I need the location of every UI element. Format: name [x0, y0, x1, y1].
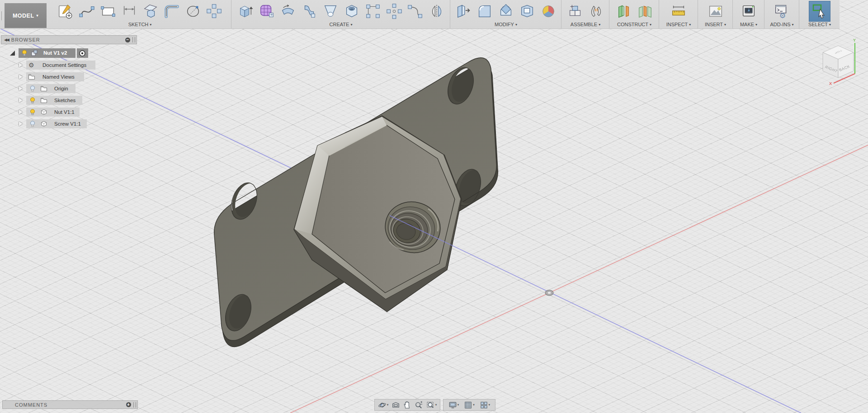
appearance-button[interactable] — [539, 2, 558, 21]
collapse-node-icon[interactable] — [10, 51, 15, 56]
expand-node-icon[interactable] — [19, 110, 23, 114]
collapse-all-icon[interactable]: – — [125, 38, 130, 42]
display-settings-button[interactable]: ▾ — [448, 401, 459, 409]
comments-panel[interactable]: COMMENTS + — [2, 400, 138, 409]
circular-pattern-button[interactable] — [385, 2, 404, 21]
shell-button[interactable] — [518, 2, 537, 21]
tree-item-label[interactable]: Named Views — [42, 72, 75, 81]
chevron-down-icon[interactable]: ▾ — [473, 403, 475, 407]
midplane-button[interactable] — [636, 2, 655, 21]
offset-plane-button[interactable] — [614, 2, 633, 21]
select-menu[interactable]: SELECT ▾ — [808, 22, 831, 27]
collapse-panel-icon[interactable]: ◀◀ — [4, 38, 9, 42]
chamfer-button[interactable] — [496, 2, 515, 21]
tree-row-screw-component[interactable]: Screw V1:1 — [0, 119, 136, 128]
joint-button[interactable] — [587, 2, 606, 21]
expand-node-icon[interactable] — [19, 75, 23, 79]
inspect-menu[interactable]: INSPECT ▾ — [666, 22, 691, 27]
project-to-surface-button[interactable] — [141, 2, 160, 21]
tree-item-label[interactable]: Nut V1:1 — [54, 108, 75, 117]
browser-header[interactable]: ◀◀ BROWSER – — [1, 35, 137, 44]
new-component-button[interactable] — [566, 2, 585, 21]
workspace-switcher[interactable]: MODEL ▾ — [5, 3, 47, 28]
circular-pattern-icon — [386, 3, 403, 20]
expand-node-icon[interactable] — [19, 86, 23, 91]
viewports-icon — [480, 401, 488, 409]
offset-button[interactable] — [162, 2, 181, 21]
chevron-down-icon: ▾ — [150, 23, 151, 27]
make-menu[interactable]: MAKE ▾ — [740, 22, 757, 27]
panel-grip[interactable] — [133, 402, 136, 408]
path-pattern-button[interactable] — [406, 2, 425, 21]
look-at-button[interactable] — [392, 401, 400, 409]
gear-icon: ⚙ — [28, 61, 34, 69]
sketch-menu[interactable]: SKETCH ▾ — [128, 22, 152, 27]
extrude-button[interactable] — [236, 2, 255, 21]
construct-menu[interactable]: CONSTRUCT ▾ — [617, 22, 651, 27]
toolbar-group-create: CREATE ▾ — [231, 0, 450, 28]
revolve-button[interactable] — [278, 2, 297, 21]
3d-print-button[interactable] — [739, 2, 758, 21]
chevron-down-icon[interactable]: ▾ — [458, 403, 459, 407]
viewports-button[interactable]: ▾ — [480, 401, 491, 409]
add-ins-menu[interactable]: ADD-INS ▾ — [770, 22, 793, 27]
zoom-button[interactable] — [415, 401, 423, 409]
select-button[interactable] — [809, 1, 830, 22]
body-icon — [40, 108, 47, 116]
pan-button[interactable] — [403, 401, 411, 409]
origin-marker-center — [548, 292, 551, 294]
tree-row-named-views[interactable]: Named Views — [0, 72, 136, 81]
tree-row-nut-component[interactable]: Nut V1:1 — [0, 108, 136, 117]
sweep-button[interactable] — [300, 2, 319, 21]
expand-node-icon[interactable] — [19, 122, 23, 126]
new-component-icon — [566, 3, 584, 20]
scripts-and-add-ins-button[interactable]: ⚙ — [773, 2, 792, 21]
tree-row-sketches[interactable]: Sketches — [0, 96, 136, 105]
toolbar-group-construct: CONSTRUCT ▾ — [609, 0, 659, 28]
rectangular-pattern-button[interactable] — [363, 2, 382, 21]
sketch-dimension-button[interactable] — [120, 2, 139, 21]
create-menu[interactable]: CREATE ▾ — [330, 22, 353, 27]
activate-component-radio[interactable] — [79, 50, 86, 57]
orbit-button[interactable]: ▾ — [378, 401, 389, 409]
circle-diameter-button[interactable] — [184, 2, 203, 21]
tree-item-label[interactable]: Screw V1:1 — [54, 119, 81, 128]
chevron-down-icon[interactable]: ▾ — [489, 403, 491, 407]
tree-item-label[interactable]: Sketches — [54, 96, 75, 105]
expand-node-icon[interactable] — [19, 98, 23, 103]
move-copy-button[interactable] — [205, 2, 224, 21]
tree-row-document-settings[interactable]: ⚙ Document Settings — [0, 61, 136, 70]
add-comment-icon[interactable]: + — [126, 402, 131, 407]
browser-root-row[interactable]: Nut V1 v2 — [0, 48, 136, 57]
create-sketch-button[interactable] — [56, 2, 75, 21]
view-cube[interactable]: Y X RIGHT BACK TOP — [823, 38, 856, 86]
visibility-bulb-on-icon[interactable] — [29, 97, 36, 104]
grid-and-snaps-button[interactable]: ▾ — [464, 401, 475, 409]
insert-image-button[interactable] — [706, 2, 725, 21]
root-component-name[interactable]: Nut V1 v2 — [43, 48, 67, 58]
tree-item-label[interactable]: Origin — [54, 84, 68, 93]
fit-button[interactable]: ▾ — [426, 401, 437, 409]
chevron-down-icon[interactable]: ▾ — [435, 403, 437, 407]
mirror-button[interactable] — [427, 2, 446, 21]
assemble-menu[interactable]: ASSEMBLE ▾ — [571, 22, 600, 27]
tree-item-label[interactable]: Document Settings — [42, 61, 86, 70]
create-form-button[interactable] — [257, 2, 276, 21]
rectangle-button[interactable] — [99, 2, 118, 21]
spline-button[interactable] — [77, 2, 96, 21]
press-pull-button[interactable] — [454, 2, 473, 21]
visibility-bulb-on-icon[interactable] — [29, 108, 36, 116]
expand-node-icon[interactable] — [19, 63, 23, 67]
hole-button[interactable] — [342, 2, 361, 21]
loft-button[interactable] — [321, 2, 340, 21]
insert-menu[interactable]: INSERT ▾ — [705, 22, 726, 27]
measure-button[interactable] — [669, 2, 688, 21]
fillet-button[interactable] — [475, 2, 494, 21]
panel-grip[interactable] — [132, 37, 135, 42]
visibility-bulb-off-icon[interactable] — [29, 120, 36, 127]
tree-row-origin[interactable]: Origin — [0, 84, 136, 93]
modify-menu[interactable]: MODIFY ▾ — [495, 22, 517, 27]
visibility-bulb-off-icon[interactable] — [29, 85, 36, 92]
chevron-down-icon[interactable]: ▾ — [387, 403, 389, 407]
visibility-bulb-on-icon[interactable] — [21, 49, 28, 56]
